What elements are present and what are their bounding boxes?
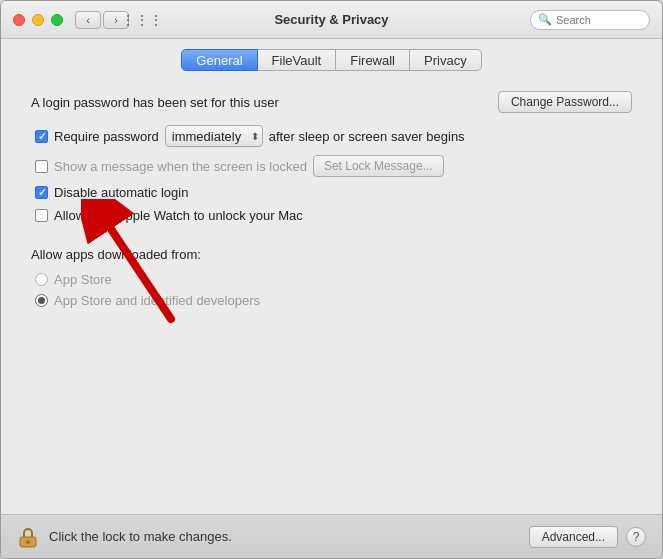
- options-section: Require password immediately 5 seconds 1…: [31, 125, 632, 223]
- footer: Click the lock to make changes. Advanced…: [1, 514, 662, 558]
- search-input[interactable]: [556, 14, 646, 26]
- svg-point-3: [26, 540, 30, 544]
- password-timing-dropdown[interactable]: immediately 5 seconds 1 minute 5 minutes…: [165, 125, 263, 147]
- apple-watch-row: Allow your Apple Watch to unlock your Ma…: [35, 208, 632, 223]
- disable-login-checkbox[interactable]: [35, 186, 48, 199]
- app-store-row: App Store: [35, 272, 632, 287]
- close-button[interactable]: [13, 14, 25, 26]
- app-store-radio[interactable]: [35, 273, 48, 286]
- require-password-label: Require password: [54, 129, 159, 144]
- tab-filevault[interactable]: FileVault: [258, 49, 337, 71]
- show-message-checkbox[interactable]: [35, 160, 48, 173]
- title-bar: ‹ › ⋮⋮⋮ Security & Privacy 🔍: [1, 1, 662, 39]
- search-box[interactable]: 🔍: [530, 10, 650, 30]
- content-area: A login password has been set for this u…: [1, 79, 662, 514]
- help-button[interactable]: ?: [626, 527, 646, 547]
- app-store-label: App Store: [54, 272, 112, 287]
- apps-section: Allow apps downloaded from: App Store Ap…: [31, 247, 632, 308]
- advanced-button[interactable]: Advanced...: [529, 526, 618, 548]
- apps-title: Allow apps downloaded from:: [31, 247, 632, 262]
- app-store-identified-label: App Store and identified developers: [54, 293, 260, 308]
- tab-general[interactable]: General: [181, 49, 257, 71]
- password-row: A login password has been set for this u…: [31, 91, 632, 113]
- tab-firewall[interactable]: Firewall: [336, 49, 410, 71]
- grid-icon[interactable]: ⋮⋮⋮: [129, 11, 155, 29]
- app-store-identified-row: App Store and identified developers: [35, 293, 632, 308]
- after-sleep-label: after sleep or screen saver begins: [269, 129, 465, 144]
- set-lock-message-button[interactable]: Set Lock Message...: [313, 155, 444, 177]
- window-title: Security & Privacy: [274, 12, 388, 27]
- traffic-lights: [13, 14, 63, 26]
- disable-login-label: Disable automatic login: [54, 185, 188, 200]
- search-icon: 🔍: [538, 13, 552, 26]
- lock-icon: [17, 526, 39, 548]
- change-password-button[interactable]: Change Password...: [498, 91, 632, 113]
- password-timing-dropdown-wrapper: immediately 5 seconds 1 minute 5 minutes…: [165, 125, 263, 147]
- toolbar-right: 🔍: [530, 10, 650, 30]
- password-set-text: A login password has been set for this u…: [31, 95, 279, 110]
- tabs-bar: General FileVault Firewall Privacy: [1, 39, 662, 79]
- main-window: ‹ › ⋮⋮⋮ Security & Privacy 🔍 General Fil…: [0, 0, 663, 559]
- disable-login-row: Disable automatic login: [35, 185, 632, 200]
- apple-watch-checkbox[interactable]: [35, 209, 48, 222]
- require-password-checkbox[interactable]: [35, 130, 48, 143]
- footer-text: Click the lock to make changes.: [49, 529, 529, 544]
- minimize-button[interactable]: [32, 14, 44, 26]
- apple-watch-label: Allow your Apple Watch to unlock your Ma…: [54, 208, 303, 223]
- require-password-row: Require password immediately 5 seconds 1…: [35, 125, 632, 147]
- show-message-label: Show a message when the screen is locked: [54, 159, 307, 174]
- show-message-row: Show a message when the screen is locked…: [35, 155, 632, 177]
- app-store-identified-radio[interactable]: [35, 294, 48, 307]
- back-button[interactable]: ‹: [75, 11, 101, 29]
- maximize-button[interactable]: [51, 14, 63, 26]
- apps-options: App Store App Store and identified devel…: [31, 272, 632, 308]
- tab-privacy[interactable]: Privacy: [410, 49, 482, 71]
